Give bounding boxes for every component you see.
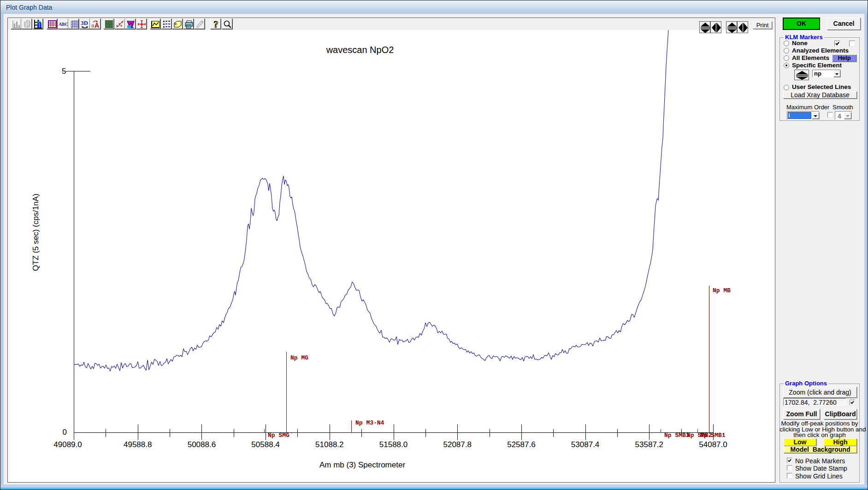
svg-text:5: 5	[62, 67, 66, 76]
svg-text:49089.0: 49089.0	[53, 440, 82, 449]
svg-text:52587.6: 52587.6	[507, 440, 535, 449]
svg-text:53087.4: 53087.4	[571, 440, 599, 449]
svg-text:0: 0	[63, 428, 67, 437]
svg-text:50088.6: 50088.6	[188, 440, 216, 449]
svg-text:51088.2: 51088.2	[315, 440, 343, 449]
svg-text:Np SMG`: Np SMG`	[268, 432, 293, 439]
svg-text:Np MB: Np MB	[713, 287, 731, 294]
svg-text:Np SMB1: Np SMB1	[700, 432, 726, 439]
svg-text:wavescan NpO2: wavescan NpO2	[326, 45, 394, 55]
svg-text:Np MG: Np MG	[290, 354, 308, 361]
svg-text:QTZ (5 sec) (cps/1nA): QTZ (5 sec) (cps/1nA)	[31, 194, 40, 271]
svg-text:Am mb (3) Spectrometer: Am mb (3) Spectrometer	[319, 460, 405, 469]
svg-text:50588.4: 50588.4	[251, 440, 279, 449]
svg-text:52087.8: 52087.8	[443, 440, 471, 449]
svg-text:54087.0: 54087.0	[699, 440, 727, 449]
svg-text:53587.2: 53587.2	[635, 440, 663, 449]
svg-text:49588.8: 49588.8	[124, 440, 152, 449]
svg-text:Np SMB3: Np SMB3	[664, 432, 690, 439]
svg-text:51588.0: 51588.0	[379, 440, 407, 449]
svg-text:Np M3-N4: Np M3-N4	[355, 419, 384, 426]
